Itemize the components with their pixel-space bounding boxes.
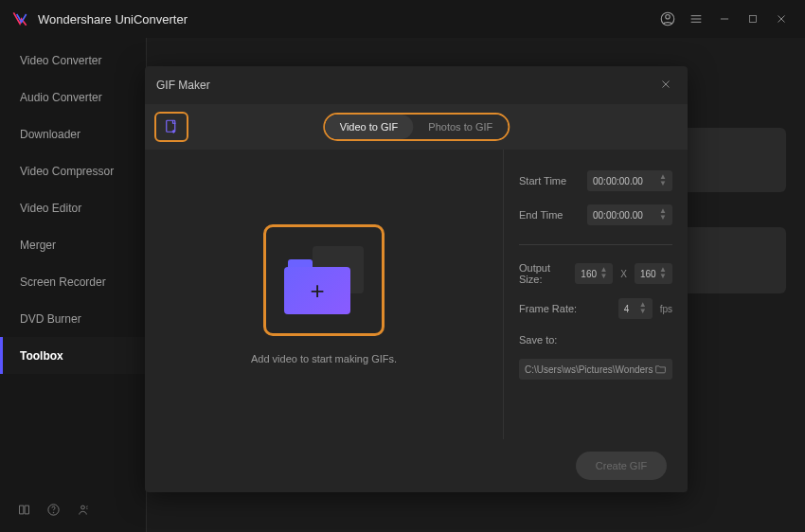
sidebar-item-video-editor[interactable]: Video Editor xyxy=(0,189,146,226)
sidebar-item-toolbox[interactable]: Toolbox xyxy=(0,337,146,374)
account-icon[interactable] xyxy=(653,5,682,33)
tab-photos-to-gif[interactable]: Photos to GIF xyxy=(413,115,508,139)
spinner-icon[interactable]: ▲▼ xyxy=(659,174,667,187)
save-path-input[interactable]: C:\Users\ws\Pictures\Wonders xyxy=(519,359,672,380)
sidebar-item-label: Video Compressor xyxy=(20,165,114,178)
spinner-icon[interactable]: ▲▼ xyxy=(639,302,647,315)
create-gif-button[interactable]: Create GIF xyxy=(576,452,667,480)
save-path-value: C:\Users\ws\Pictures\Wonders xyxy=(525,364,654,375)
output-height-value: 160 xyxy=(640,269,656,279)
dialog-toolbar: Video to GIF Photos to GIF xyxy=(145,104,688,150)
sidebar-item-label: Audio Converter xyxy=(20,91,102,104)
end-time-value: 00:00:00.00 xyxy=(593,210,643,221)
sidebar-item-label: Merger xyxy=(20,239,56,252)
sidebar-item-merger[interactable]: Merger xyxy=(0,226,146,263)
sidebar-item-label: Screen Recorder xyxy=(20,275,106,289)
dialog-title: GIF Maker xyxy=(156,79,210,92)
sidebar-item-label: Downloader xyxy=(20,128,80,141)
svg-point-4 xyxy=(53,512,54,513)
add-file-icon[interactable] xyxy=(154,112,188,142)
start-time-value: 00:00:00.00 xyxy=(593,176,643,186)
frame-rate-value: 4 xyxy=(624,304,630,314)
sidebar-item-video-converter[interactable]: Video Converter xyxy=(0,42,146,79)
size-separator: X xyxy=(620,269,627,279)
create-gif-label: Create GIF xyxy=(596,460,647,471)
close-button[interactable] xyxy=(767,5,796,33)
app-title: Wondershare UniConverter xyxy=(38,12,188,27)
tab-label: Photos to GIF xyxy=(428,121,492,133)
add-video-dropzone[interactable]: + xyxy=(263,224,385,336)
minimize-button[interactable] xyxy=(710,5,739,33)
sidebar-item-video-compressor[interactable]: Video Compressor xyxy=(0,152,146,189)
sidebar-item-label: Toolbox xyxy=(20,349,63,363)
spinner-icon[interactable]: ▲▼ xyxy=(659,208,667,222)
folder-plus-icon: + xyxy=(284,246,364,314)
tab-video-to-gif[interactable]: Video to GIF xyxy=(325,115,414,139)
sidebar-item-downloader[interactable]: Downloader xyxy=(0,115,146,152)
start-time-input[interactable]: 00:00:00.00 ▲▼ xyxy=(587,170,672,191)
sidebar-item-label: Video Converter xyxy=(20,54,102,67)
source-type-tabs: Video to GIF Photos to GIF xyxy=(323,113,510,141)
dialog-close-button[interactable] xyxy=(655,74,676,98)
spinner-icon[interactable]: ▲▼ xyxy=(659,267,667,280)
contact-icon[interactable] xyxy=(76,503,90,521)
output-width-value: 160 xyxy=(581,269,597,279)
drop-caption: Add video to start making GIFs. xyxy=(251,353,397,364)
app-logo xyxy=(9,9,30,29)
sidebar-footer xyxy=(0,490,146,532)
output-height-input[interactable]: 160 ▲▼ xyxy=(635,263,672,284)
output-width-input[interactable]: 160 ▲▼ xyxy=(575,263,613,284)
svg-point-1 xyxy=(666,15,671,20)
sidebar-item-screen-recorder[interactable]: Screen Recorder xyxy=(0,263,146,300)
svg-rect-2 xyxy=(750,16,757,23)
drop-zone-panel: + Add video to start making GIFs. xyxy=(145,150,503,439)
maximize-button[interactable] xyxy=(739,5,767,33)
tab-label: Video to GIF xyxy=(340,121,399,133)
sidebar-item-audio-converter[interactable]: Audio Converter xyxy=(0,79,146,115)
gif-maker-dialog: GIF Maker Video to GIF Photos to GIF + xyxy=(145,66,688,492)
help-icon[interactable] xyxy=(46,503,61,521)
sidebar-item-dvd-burner[interactable]: DVD Burner xyxy=(0,300,146,337)
label-save-to: Save to: xyxy=(519,334,672,346)
end-time-input[interactable]: 00:00:00.00 ▲▼ xyxy=(587,204,672,225)
divider xyxy=(519,244,672,245)
label-start-time: Start Time xyxy=(519,175,580,186)
sidebar-item-label: DVD Burner xyxy=(20,312,81,326)
manual-icon[interactable] xyxy=(17,503,31,521)
browse-folder-icon[interactable] xyxy=(654,363,667,377)
label-frame-rate: Frame Rate: xyxy=(519,303,611,314)
label-end-time: End Time xyxy=(519,209,580,221)
svg-point-5 xyxy=(81,505,85,509)
menu-icon[interactable] xyxy=(682,5,710,33)
fps-unit: fps xyxy=(660,304,672,314)
titlebar: Wondershare UniConverter xyxy=(0,0,805,38)
settings-panel: Start Time 00:00:00.00 ▲▼ End Time 00:00… xyxy=(503,150,688,439)
spinner-icon[interactable]: ▲▼ xyxy=(599,267,607,280)
sidebar: Video Converter Audio Converter Download… xyxy=(0,38,147,532)
frame-rate-input[interactable]: 4 ▲▼ xyxy=(618,298,653,319)
label-output-size: Output Size: xyxy=(519,262,567,285)
sidebar-item-label: Video Editor xyxy=(20,202,81,215)
